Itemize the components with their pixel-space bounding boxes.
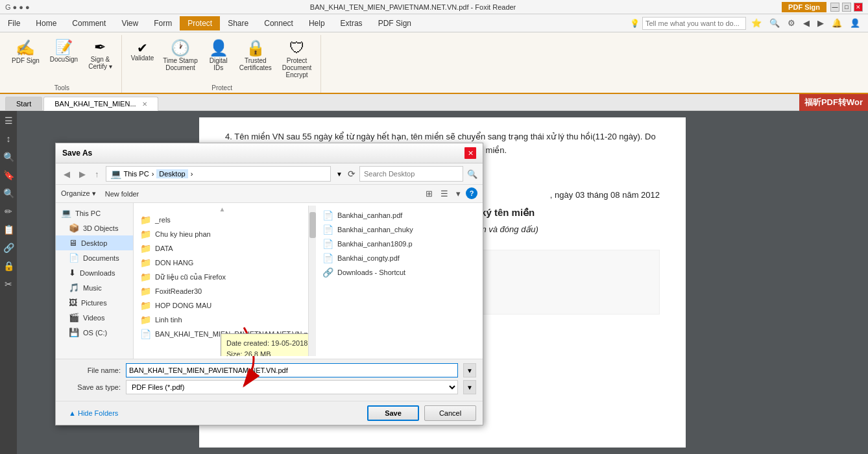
- tab-start[interactable]: Start: [5, 97, 42, 110]
- menu-share[interactable]: Share: [220, 16, 256, 30]
- file-bankhai-canhan[interactable]: 📄 Bankhai_canhan.pdf: [319, 208, 477, 222]
- minimize-button[interactable]: —: [830, 3, 839, 12]
- file-downloads-shortcut[interactable]: 🔗 Downloads - Shortcut: [319, 265, 477, 280]
- file-bankhai-chuky[interactable]: 📄 Bankhai_canhan_chuky: [319, 222, 477, 237]
- place-downloads[interactable]: ⬇ Downloads: [56, 265, 133, 280]
- place-pictures[interactable]: 🖼 Pictures: [56, 295, 133, 310]
- menu-protect[interactable]: Protect: [180, 16, 220, 30]
- place-videos[interactable]: 🎬 Videos: [56, 310, 133, 325]
- cancel-button[interactable]: Cancel: [424, 405, 476, 421]
- place-music[interactable]: 🎵 Music: [56, 280, 133, 295]
- sidebar-select-tool[interactable]: ↕: [1, 132, 16, 146]
- help-button[interactable]: ?: [466, 187, 477, 199]
- sidebar-bookmarks[interactable]: 🔖: [1, 168, 16, 182]
- save-button[interactable]: Save: [367, 405, 419, 421]
- notifications-icon[interactable]: 🔔: [829, 17, 845, 29]
- place-desktop[interactable]: 🖥 Desktop: [56, 235, 133, 250]
- view-dropdown-button[interactable]: ▾: [453, 187, 463, 200]
- hide-folders-button[interactable]: ▲ Hide Folders: [69, 409, 118, 417]
- file-firefox[interactable]: 📁 Dữ liệu cũ của Firefox Date created: 1…: [136, 270, 308, 284]
- menu-connect[interactable]: Connect: [256, 16, 301, 30]
- videos-icon: 🎬: [69, 313, 79, 322]
- sidebar-security[interactable]: 🔒: [1, 259, 16, 273]
- settings-icon[interactable]: ⚙: [785, 17, 798, 29]
- digital-ids-button[interactable]: 👤 DigitalIDs: [204, 38, 233, 74]
- sidebar-hand-tool[interactable]: ☰: [1, 114, 16, 128]
- sidebar-layers[interactable]: 📋: [1, 222, 16, 237]
- menu-home[interactable]: Home: [28, 16, 64, 30]
- filename-input[interactable]: [126, 363, 458, 377]
- place-music-label: Music: [83, 284, 102, 292]
- menu-file[interactable]: File: [0, 16, 28, 30]
- docusign-button[interactable]: 📝 DocuSign: [46, 38, 82, 66]
- breadcrumb-thispc[interactable]: This PC: [124, 170, 149, 178]
- file-data[interactable]: 📁 DATA: [136, 241, 308, 256]
- path-dropdown-arrow[interactable]: ▼: [335, 169, 344, 179]
- search-icon[interactable]: 🔍: [767, 17, 782, 29]
- place-this-pc[interactable]: 💻 This PC: [56, 206, 133, 221]
- nav-up-button[interactable]: ↑: [92, 168, 102, 180]
- dialog-close-button[interactable]: ✕: [464, 147, 476, 159]
- menu-form[interactable]: Form: [146, 16, 180, 30]
- sidebar-scissors[interactable]: ✂: [1, 277, 16, 291]
- path-breadcrumb[interactable]: 💻 This PC › Desktop ›: [106, 166, 332, 182]
- view-details-button[interactable]: ☰: [438, 187, 451, 200]
- place-this-pc-label: This PC: [75, 209, 101, 217]
- sidebar-signatures[interactable]: 🔗: [1, 241, 16, 255]
- filename-dropdown-arrow[interactable]: ▼: [463, 363, 476, 377]
- user-icon[interactable]: 👤: [847, 17, 863, 29]
- file-hop-dong[interactable]: 📁 HOP DONG MAU: [136, 298, 308, 313]
- menu-comment[interactable]: Comment: [64, 16, 114, 30]
- search-desktop-input[interactable]: [359, 166, 463, 182]
- desktop-icon: 🖥: [69, 238, 77, 248]
- nav-forward-button[interactable]: ▶: [77, 168, 88, 180]
- menu-view[interactable]: View: [114, 16, 146, 30]
- view-toggle-button[interactable]: ⊞: [423, 187, 435, 200]
- back-icon[interactable]: ◀: [801, 17, 812, 29]
- file-bankhai-congty[interactable]: 📄 Bankhai_congty.pdf: [319, 251, 477, 265]
- file-don-hang[interactable]: 📁 DON HANG: [136, 256, 308, 270]
- close-button[interactable]: ✕: [854, 3, 863, 12]
- place-3d-objects[interactable]: 📦 3D Objects: [56, 221, 133, 235]
- place-os-c-label: OS (C:): [83, 329, 107, 337]
- breadcrumb-desktop[interactable]: Desktop: [156, 169, 187, 178]
- organize-button[interactable]: Organize ▾: [61, 189, 96, 198]
- search-submit-icon[interactable]: 🔍: [467, 169, 477, 179]
- filetype-dropdown-arrow[interactable]: ▼: [463, 380, 476, 394]
- window-controls[interactable]: — □ ✕: [830, 3, 863, 12]
- forward-icon[interactable]: ▶: [815, 17, 826, 29]
- file-foxit[interactable]: 📁 FoxitReader30: [136, 284, 308, 298]
- menu-extras[interactable]: Extras: [333, 16, 370, 30]
- sidebar-search[interactable]: 🔍: [1, 186, 16, 200]
- file-bankhai-canhan-name: Bankhai_canhan.pdf: [337, 211, 402, 219]
- bing-icon[interactable]: ⭐: [749, 17, 764, 29]
- menu-help[interactable]: Help: [301, 16, 333, 30]
- files-scrollbar[interactable]: [308, 206, 316, 356]
- sign-certify-button[interactable]: ✒ Sign &Certify ▾: [84, 38, 116, 73]
- trusted-certs-button[interactable]: 🔒 TrustedCertificates: [235, 38, 276, 74]
- filetype-select[interactable]: PDF Files (*.pdf): [126, 380, 458, 394]
- pdf-sign-button[interactable]: ✍ PDF Sign: [8, 38, 43, 67]
- new-folder-button[interactable]: New folder: [101, 189, 143, 199]
- validate-button[interactable]: ✔ Validate: [128, 38, 156, 63]
- menu-pdf-sign[interactable]: PDF Sign: [370, 16, 419, 30]
- place-os-c[interactable]: 💾 OS (C:): [56, 325, 133, 340]
- tab-document[interactable]: BAN_KHAI_TEN_MIEN... ✕: [43, 97, 158, 111]
- sidebar-comments[interactable]: ✏: [1, 204, 16, 219]
- ribbon-protect-items: ✔ Validate 🕐 Time StampDocument 👤 Digita…: [128, 35, 316, 84]
- timestamp-button[interactable]: 🕐 Time StampDocument: [159, 38, 202, 74]
- file-chuky[interactable]: 📁 Chu ky hieu phan: [136, 227, 308, 241]
- documents-icon: 📄: [69, 253, 79, 263]
- sidebar-zoom-tool[interactable]: 🔍: [1, 150, 16, 164]
- file-bankhai-1809[interactable]: 📄 Bankhai_canhan1809.p: [319, 237, 477, 251]
- maximize-button[interactable]: □: [842, 3, 851, 12]
- tell-me-input[interactable]: [642, 17, 746, 30]
- protect-doc-button[interactable]: 🛡 ProtectDocumentEncrypt: [278, 38, 316, 81]
- file-linh-tinh[interactable]: 📁 Linh tinh: [136, 313, 308, 327]
- tab-close-icon[interactable]: ✕: [142, 101, 147, 108]
- refresh-button[interactable]: ⟳: [348, 169, 356, 179]
- files-right-column: 📄 Bankhai_canhan.pdf 📄 Bankhai_canhan_ch…: [316, 206, 480, 356]
- nav-back-button[interactable]: ◀: [61, 168, 73, 180]
- file-rels[interactable]: 📁 _rels: [136, 213, 308, 227]
- place-documents[interactable]: 📄 Documents: [56, 250, 133, 265]
